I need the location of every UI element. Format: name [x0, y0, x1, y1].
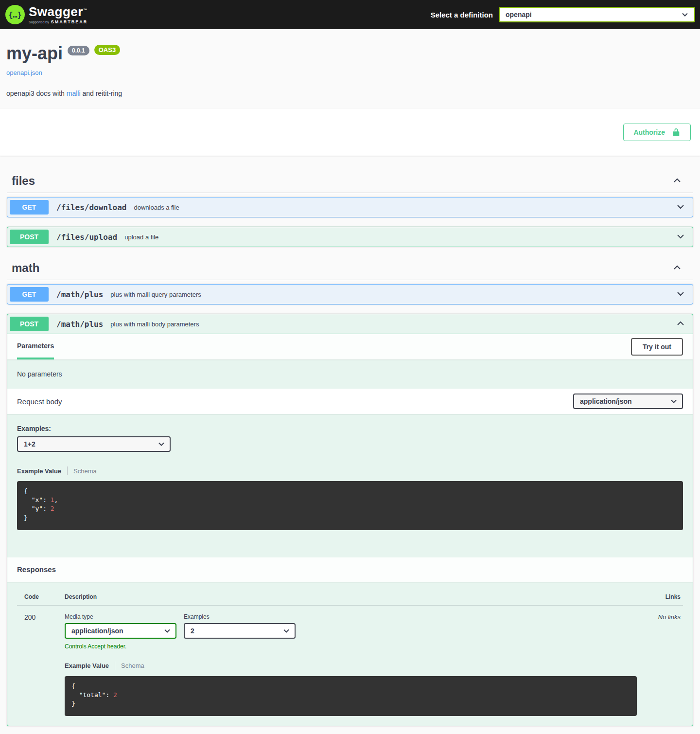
- svg-text:{…}: {…}: [8, 11, 21, 19]
- brand-block: Swagger™ Supported by SMARTBEAR: [29, 5, 88, 24]
- brand-trademark: ™: [83, 8, 88, 12]
- op-path: /files/download: [56, 203, 127, 212]
- chevron-down-icon: [676, 202, 685, 212]
- oas3-badge: OAS3: [94, 45, 120, 55]
- try-it-out-button[interactable]: Try it out: [631, 338, 683, 356]
- info-section: my-api 0.0.1 OAS3 openapi.json openapi3 …: [0, 29, 700, 109]
- chevron-down-icon: [670, 398, 677, 405]
- brand-text: Swagger: [29, 4, 83, 19]
- definition-select[interactable]: openapi: [499, 7, 695, 22]
- math-collapse-button[interactable]: [666, 263, 688, 274]
- response-description-cell: Media type application/json Controls Acc…: [65, 613, 637, 716]
- code-token: "y": [32, 505, 43, 512]
- chevron-down-icon: [158, 441, 165, 448]
- request-content-type-select[interactable]: application/json: [573, 394, 683, 409]
- chevron-up-icon: [676, 319, 685, 328]
- response-example-select[interactable]: 2: [184, 623, 296, 639]
- files-collapse-button[interactable]: [666, 176, 688, 187]
- code-token: :: [105, 691, 113, 698]
- code-line: }: [71, 699, 630, 708]
- op-summary-text: upload a file: [124, 233, 158, 241]
- scheme-container: Authorize: [0, 109, 700, 156]
- op-summary-text: plus with malli query parameters: [110, 291, 201, 298]
- media-type-select[interactable]: application/json: [65, 623, 176, 639]
- examples-label: Examples:: [17, 425, 683, 432]
- authorize-button[interactable]: Authorize: [623, 124, 691, 141]
- description-column-header: Description: [65, 593, 637, 600]
- tab-schema[interactable]: Schema: [73, 467, 97, 475]
- supported-by-label: Supported by: [29, 20, 49, 24]
- no-links-text: No links: [637, 613, 683, 716]
- media-type-value: application/json: [71, 627, 123, 635]
- request-body-label: Request body: [17, 397, 62, 406]
- code-line: "y": 2: [24, 504, 676, 513]
- opblock-post-files-upload: POST /files/upload upload a file: [7, 227, 693, 247]
- code-token: 1: [51, 496, 54, 503]
- api-description: openapi3 docs with malli and reitit-ring: [6, 90, 694, 97]
- definition-select-label: Select a definition: [431, 11, 493, 19]
- lock-open-icon: [672, 128, 681, 137]
- model-tabs: Example Value Schema: [17, 466, 683, 475]
- request-example-value: 1+2: [24, 440, 35, 448]
- code-token: {: [24, 487, 28, 495]
- code-token: "total": [79, 691, 106, 698]
- responses-section-header: Responses: [7, 557, 693, 582]
- response-row-200: 200 Media type application/json Controls…: [17, 606, 683, 716]
- title-row: my-api 0.0.1 OAS3: [6, 45, 694, 62]
- collapse-operation-button[interactable]: [671, 319, 690, 330]
- op-summary[interactable]: GET /files/download downloads a file: [7, 197, 693, 217]
- responses-label: Responses: [17, 565, 56, 573]
- swagger-logo-icon: {…}: [5, 5, 25, 24]
- op-summary[interactable]: GET /math/plus plus with malli query par…: [7, 285, 693, 304]
- expand-operation-button[interactable]: [671, 202, 690, 213]
- expand-operation-button[interactable]: [671, 289, 690, 300]
- op-summary-text: downloads a file: [134, 204, 179, 211]
- expand-operation-button[interactable]: [671, 232, 690, 243]
- method-badge-post: POST: [10, 317, 49, 331]
- page-title: my-api: [6, 45, 63, 62]
- tab-schema[interactable]: Schema: [121, 662, 144, 669]
- request-example-code: {"x": 1,"y": 2}: [17, 481, 683, 530]
- code-line: {: [24, 487, 676, 496]
- no-parameters-text: No parameters: [7, 359, 693, 389]
- tab-example-value[interactable]: Example Value: [17, 467, 61, 475]
- spec-link[interactable]: openapi.json: [6, 69, 42, 76]
- authorize-label: Authorize: [633, 128, 665, 136]
- topbar: {…} Swagger™ Supported by SMARTBEAR Sele…: [0, 0, 700, 29]
- response-examples-group: Examples 2: [184, 613, 296, 650]
- files-tag-header[interactable]: files: [7, 169, 693, 193]
- code-line: }: [24, 514, 676, 522]
- media-controls: Media type application/json Controls Acc…: [65, 613, 637, 650]
- math-tag-header[interactable]: math: [7, 256, 693, 280]
- supported-by-block: Supported by SMARTBEAR: [29, 19, 88, 24]
- media-type-label: Media type: [65, 613, 176, 620]
- code-line: "x": 1,: [24, 496, 676, 504]
- parameters-tab-label: Parameters: [17, 342, 54, 350]
- tab-separator: [115, 662, 115, 670]
- definition-select-group: Select a definition openapi: [431, 7, 695, 22]
- op-summary[interactable]: POST /files/upload upload a file: [7, 227, 693, 247]
- chevron-down-icon: [283, 627, 290, 634]
- op-summary[interactable]: POST /math/plus plus with malli body par…: [7, 314, 693, 334]
- request-example-select[interactable]: 1+2: [17, 436, 171, 452]
- method-badge-get: GET: [10, 287, 49, 302]
- swagger-logo-link[interactable]: {…} Swagger™ Supported by SMARTBEAR: [5, 5, 88, 24]
- request-content-type-value: application/json: [580, 397, 632, 405]
- tab-parameters[interactable]: Parameters: [17, 334, 54, 359]
- op-path: /math/plus: [56, 320, 103, 329]
- tab-example-value[interactable]: Example Value: [65, 662, 109, 669]
- tag-section-files: files GET /files/download downloads a fi…: [7, 169, 693, 247]
- controls-accept-note: Controls Accept header.: [65, 643, 176, 650]
- responses-table: Code Description Links 200 Media type ap…: [7, 582, 693, 726]
- response-code: 200: [24, 613, 65, 716]
- links-column-header: Links: [637, 593, 683, 600]
- chevron-up-icon: [672, 263, 682, 272]
- malli-link[interactable]: malli: [67, 90, 81, 97]
- code-column-header: Code: [24, 593, 65, 600]
- model-tabs: Example Value Schema: [65, 662, 637, 670]
- chevron-down-icon: [682, 11, 688, 18]
- code-token: }: [71, 700, 75, 707]
- code-line: "total": 2: [71, 691, 630, 699]
- method-badge-get: GET: [10, 200, 49, 215]
- definition-select-value: openapi: [506, 11, 532, 18]
